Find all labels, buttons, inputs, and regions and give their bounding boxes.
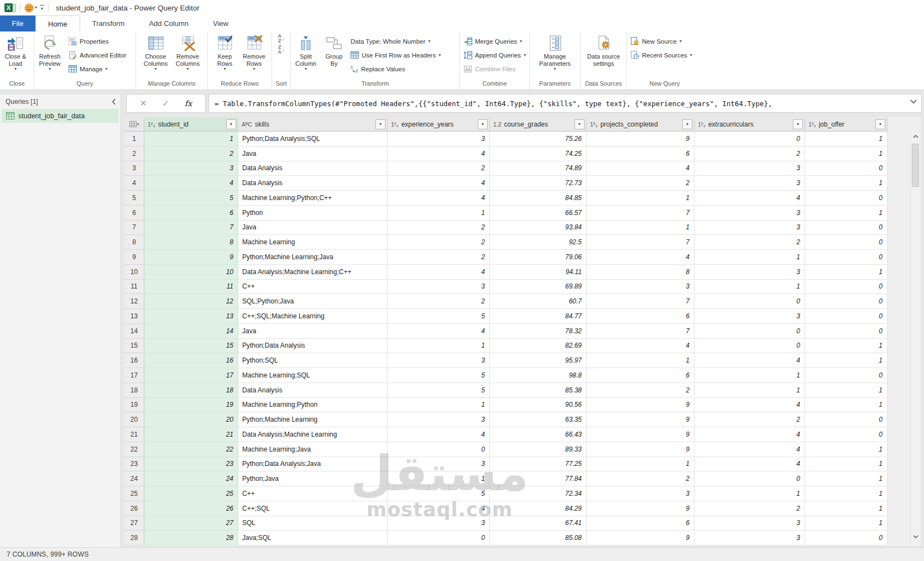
cell-projects_completed[interactable]: 8 <box>587 265 695 280</box>
cell-experience_years[interactable]: 2 <box>388 221 490 235</box>
cell-experience_years[interactable]: 5 <box>388 486 490 501</box>
row-number[interactable]: 9 <box>124 250 144 265</box>
row-number[interactable]: 21 <box>124 427 144 442</box>
cell-course_grades[interactable]: 66.57 <box>490 206 587 221</box>
cell-extracurriculars[interactable]: 1 <box>695 250 805 265</box>
tab-home[interactable]: Home <box>35 15 80 32</box>
cell-experience_years[interactable]: 1 <box>388 206 490 221</box>
cell-course_grades[interactable]: 77.25 <box>490 457 587 472</box>
cell-student_id[interactable]: 1 <box>144 132 238 146</box>
filter-button[interactable]: ▼ <box>375 119 385 129</box>
cell-job_offer[interactable]: 1 <box>805 471 888 486</box>
column-type-icon[interactable]: 1²₃ <box>698 121 706 128</box>
cell-experience_years[interactable]: 1 <box>388 339 490 354</box>
cell-projects_completed[interactable]: 2 <box>587 383 695 398</box>
row-number[interactable]: 3 <box>124 161 144 176</box>
row-number[interactable]: 20 <box>124 412 144 427</box>
row-number[interactable]: 17 <box>124 368 144 383</box>
cell-course_grades[interactable]: 84.85 <box>490 191 587 206</box>
cell-skills[interactable]: C++;SQL <box>238 501 388 516</box>
cell-extracurriculars[interactable]: 2 <box>695 501 805 516</box>
filter-button[interactable]: ▼ <box>226 119 236 129</box>
cell-job_offer[interactable]: 0 <box>805 368 888 383</box>
cell-student_id[interactable]: 15 <box>144 339 238 354</box>
row-number[interactable]: 16 <box>124 353 144 368</box>
manage-parameters-button[interactable]: Manage Parameters ▾ <box>535 33 576 71</box>
cell-projects_completed[interactable]: 9 <box>587 501 695 516</box>
cell-projects_completed[interactable]: 4 <box>587 250 695 265</box>
cell-projects_completed[interactable]: 6 <box>587 146 695 161</box>
replace-values-button[interactable]: 1 ↳2 Replace Values <box>347 62 444 76</box>
cell-projects_completed[interactable]: 1 <box>587 457 695 472</box>
cell-extracurriculars[interactable]: 0 <box>695 471 805 486</box>
advanced-editor-button[interactable]: Advanced Editor <box>65 48 129 62</box>
filter-button[interactable]: ▼ <box>793 119 803 129</box>
cell-course_grades[interactable]: 85.08 <box>490 531 587 546</box>
row-number[interactable]: 15 <box>124 339 144 354</box>
cell-student_id[interactable]: 19 <box>144 398 238 413</box>
cell-projects_completed[interactable]: 9 <box>587 531 695 546</box>
cell-experience_years[interactable]: 3 <box>388 457 490 472</box>
cell-projects_completed[interactable]: 4 <box>587 161 695 176</box>
cell-job_offer[interactable]: 1 <box>805 486 888 501</box>
row-number[interactable]: 1 <box>124 132 144 146</box>
cell-student_id[interactable]: 27 <box>144 516 238 531</box>
cell-student_id[interactable]: 2 <box>144 146 238 161</box>
cell-course_grades[interactable]: 82.69 <box>490 339 587 354</box>
cell-student_id[interactable]: 7 <box>144 221 238 235</box>
cell-job_offer[interactable]: 0 <box>805 531 888 546</box>
column-header-experience_years[interactable]: 1²₃experience_years▼ <box>388 117 490 132</box>
cell-projects_completed[interactable]: 9 <box>587 398 695 413</box>
row-number[interactable]: 14 <box>124 324 144 339</box>
cell-course_grades[interactable]: 85.38 <box>490 383 587 398</box>
column-type-icon[interactable]: AᴮC <box>242 121 252 128</box>
cell-extracurriculars[interactable]: 1 <box>695 368 805 383</box>
cell-skills[interactable]: Machine Learning;Python;C++ <box>238 191 388 206</box>
cell-skills[interactable]: Data Analysis <box>238 383 388 398</box>
cell-course_grades[interactable]: 72.73 <box>490 176 587 191</box>
cell-job_offer[interactable]: 1 <box>805 398 888 413</box>
cell-experience_years[interactable]: 5 <box>388 383 490 398</box>
cell-experience_years[interactable]: 4 <box>388 176 490 191</box>
refresh-preview-button[interactable]: Refresh Preview ▾ <box>34 33 65 71</box>
cell-job_offer[interactable]: 0 <box>805 161 888 176</box>
cell-job_offer[interactable]: 1 <box>805 206 888 221</box>
cell-student_id[interactable]: 17 <box>144 368 238 383</box>
cell-skills[interactable]: Python;Data Analysis;Java <box>238 457 388 472</box>
cell-job_offer[interactable]: 0 <box>805 250 888 265</box>
cell-experience_years[interactable]: 3 <box>388 516 490 531</box>
cell-skills[interactable]: C++ <box>238 280 388 295</box>
cell-course_grades[interactable]: 84.29 <box>490 501 587 516</box>
cell-extracurriculars[interactable]: 4 <box>695 398 805 413</box>
choose-columns-button[interactable]: Choose Columns ▾ <box>140 33 171 71</box>
cell-extracurriculars[interactable]: 2 <box>695 412 805 427</box>
cell-projects_completed[interactable]: 1 <box>587 191 695 206</box>
row-number[interactable]: 8 <box>124 235 144 250</box>
cell-job_offer[interactable]: 0 <box>805 191 888 206</box>
cell-skills[interactable]: C++ <box>238 486 388 501</box>
row-number[interactable]: 26 <box>124 501 144 516</box>
cell-extracurriculars[interactable]: 0 <box>695 339 805 354</box>
cell-course_grades[interactable]: 90.56 <box>490 398 587 413</box>
manage-query-button[interactable]: Manage ▾ <box>65 62 129 76</box>
cell-job_offer[interactable]: 0 <box>805 309 888 324</box>
cell-projects_completed[interactable]: 6 <box>587 368 695 383</box>
vertical-scrollbar[interactable] <box>910 132 921 546</box>
cell-experience_years[interactable]: 5 <box>388 368 490 383</box>
row-number[interactable]: 6 <box>124 206 144 221</box>
cell-course_grades[interactable]: 74.89 <box>490 161 587 176</box>
cell-extracurriculars[interactable]: 1 <box>695 383 805 398</box>
cell-course_grades[interactable]: 74.25 <box>490 146 587 161</box>
cell-student_id[interactable]: 28 <box>144 531 238 546</box>
column-header-skills[interactable]: AᴮCskills▼ <box>238 117 388 132</box>
tab-transform[interactable]: Transform <box>80 15 137 32</box>
cell-job_offer[interactable]: 0 <box>805 280 888 295</box>
row-number[interactable]: 7 <box>124 221 144 235</box>
cell-student_id[interactable]: 26 <box>144 501 238 516</box>
cell-experience_years[interactable]: 2 <box>388 294 490 309</box>
filter-button[interactable]: ▼ <box>682 119 692 129</box>
cell-job_offer[interactable]: 1 <box>805 383 888 398</box>
cell-projects_completed[interactable]: 1 <box>587 353 695 368</box>
close-and-load-button[interactable]: Close & Load ▾ <box>0 33 31 71</box>
column-type-icon[interactable]: 1²₃ <box>808 121 816 128</box>
